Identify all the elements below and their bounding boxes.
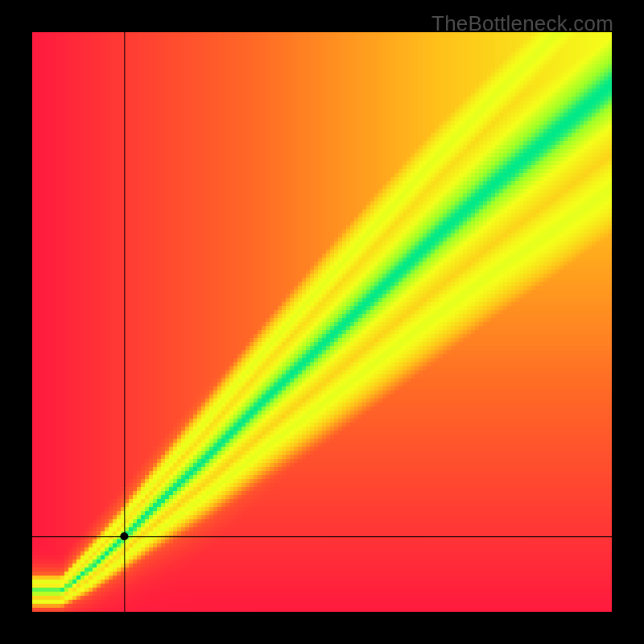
chart-frame: TheBottleneck.com [0, 0, 644, 644]
bottleneck-heatmap [32, 32, 612, 612]
watermark-text: TheBottleneck.com [431, 11, 613, 36]
